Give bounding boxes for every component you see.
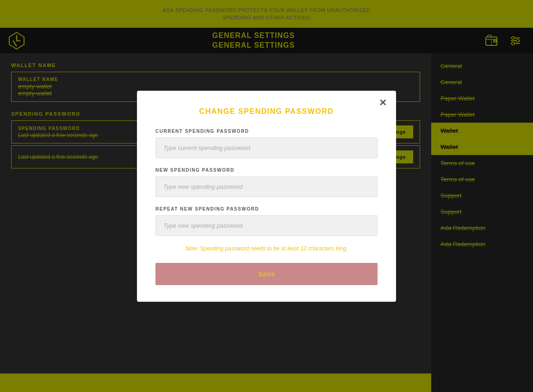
modal-note: Note: Spending password needs to be at l… xyxy=(155,245,378,252)
current-password-label: CURRENT SPENDING PASSWORD xyxy=(155,129,378,134)
modal-save-button[interactable]: Save xyxy=(155,263,378,285)
modal-title: CHANGE SPENDING PASSWORD xyxy=(155,107,378,116)
new-password-input[interactable] xyxy=(155,176,378,197)
modal-close-button[interactable]: ✕ xyxy=(379,98,387,107)
new-password-label: NEW SPENDING PASSWORD xyxy=(155,168,378,173)
modal-overlay: ✕ CHANGE SPENDING PASSWORD CURRENT SPEND… xyxy=(0,0,533,392)
current-password-input[interactable] xyxy=(155,137,378,158)
repeat-password-label: REPEAT NEW SPENDING PASSWORD xyxy=(155,206,378,212)
change-password-modal: ✕ CHANGE SPENDING PASSWORD CURRENT SPEND… xyxy=(137,91,396,302)
repeat-password-input[interactable] xyxy=(155,215,378,236)
